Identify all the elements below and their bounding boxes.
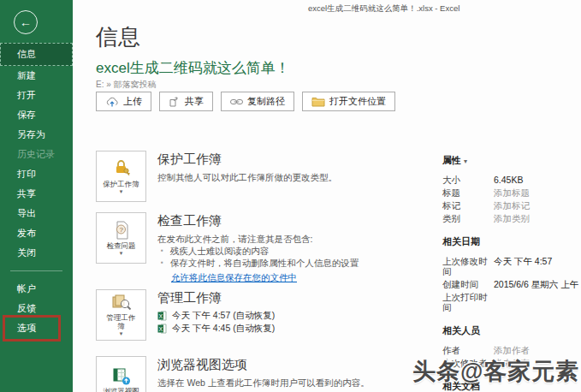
backstage-sidebar: ← 信息 新建 打开 保存 另存为 历史记录 打印 共享 导出 发布 关闭 帐户… xyxy=(0,0,73,392)
sidebar-item-options[interactable]: 选项 xyxy=(0,318,73,338)
share-button[interactable]: 共享 xyxy=(159,92,213,111)
folders-search-icon xyxy=(111,294,132,312)
inspect-section-intro: 在发布此文件之前，请注意其是否包含: xyxy=(157,233,359,245)
created-value: 2015/6/6 星期六 上午 2:19 xyxy=(494,279,581,289)
people-row-last-modified-by: 上次修改者 尚未保存 xyxy=(442,358,581,368)
autorecover-version-1-label: 今天 下午 4:57 (自动恢复) xyxy=(172,310,275,321)
dropdown-caret-icon: ▾ xyxy=(120,330,123,336)
inspect-bullet1-text: 残疾人士难以阅读的内容 xyxy=(170,245,270,257)
property-row-title: 标题 添加标题 xyxy=(442,187,581,198)
sidebar-nav: 信息 新建 打开 保存 另存为 历史记录 打印 共享 导出 发布 关闭 帐户 反… xyxy=(0,43,73,338)
inspect-document-icon: ? xyxy=(113,221,130,240)
inspect-bullet2-text: 保存文件时，将自动删除属性和个人信息的设置 xyxy=(170,257,359,269)
date-row-printed: 上次打印时间 xyxy=(442,292,581,312)
related-dates-header: 相关日期 xyxy=(442,235,581,248)
inspect-section-title: 检查工作簿 xyxy=(157,213,359,229)
share-label: 共享 xyxy=(185,95,204,108)
open-file-location-label: 打开文件位置 xyxy=(329,95,386,108)
printed-label: 上次打印时间 xyxy=(442,292,494,312)
workbook-web-view-icon xyxy=(112,368,131,385)
sidebar-item-history: 历史记录 xyxy=(0,145,73,164)
related-documents-header: 相关文档 xyxy=(442,380,581,392)
property-row-category: 类别 添加类别 xyxy=(442,213,581,223)
back-arrow-icon: ← xyxy=(20,15,32,29)
dropdown-caret-icon: ▾ xyxy=(120,188,123,194)
open-file-location-button[interactable]: 打开文件位置 xyxy=(302,92,395,111)
size-label: 大小 xyxy=(442,175,494,185)
sidebar-item-info[interactable]: 信息 xyxy=(0,43,73,66)
browser-view-options-button[interactable]: 浏览器视图 xyxy=(96,356,146,392)
page-title: 信息 xyxy=(96,22,140,52)
category-label: 类别 xyxy=(442,213,494,223)
excel-file-icon: X xyxy=(157,324,168,334)
add-category-field[interactable]: 添加类别 xyxy=(494,213,530,223)
link-icon xyxy=(230,98,243,105)
manage-tile-label: 管理工作簿 xyxy=(104,313,139,330)
section-manage-workbook: 管理工作簿 ▾ 管理工作簿 X 今天 下午 4:57 (自动恢复) X 今天 下… xyxy=(96,289,275,341)
last-modified-by-value: 尚未保存 xyxy=(494,358,530,368)
sidebar-item-options-label: 选项 xyxy=(17,323,36,333)
people-row-author: 作者 添加作者 xyxy=(442,345,581,355)
sidebar-item-account[interactable]: 帐户 xyxy=(0,279,73,299)
copy-path-label: 复制路径 xyxy=(247,95,285,108)
sidebar-item-print[interactable]: 打印 xyxy=(0,164,73,184)
sidebar-divider xyxy=(10,270,62,271)
lock-key-icon xyxy=(112,159,131,178)
copy-path-button[interactable]: 复制路径 xyxy=(221,92,294,111)
protect-section-title: 保护工作簿 xyxy=(157,151,337,168)
inspect-bullet-accessibility: 残疾人士难以阅读的内容 xyxy=(157,245,359,257)
excel-file-icon: X xyxy=(157,311,168,321)
svg-text:?: ? xyxy=(119,226,123,234)
autorecover-version-2-label: 今天 下午 4:45 (自动恢复) xyxy=(172,323,275,334)
svg-text:X: X xyxy=(159,325,163,331)
size-value: 6.45KB xyxy=(494,175,523,185)
sidebar-item-publish[interactable]: 发布 xyxy=(0,223,73,243)
sidebar-item-export[interactable]: 导出 xyxy=(0,204,73,223)
sidebar-item-save-as[interactable]: 另存为 xyxy=(0,125,73,145)
properties-header-label: 属性 xyxy=(442,155,461,165)
date-row-created: 创建时间 2015/6/6 星期六 上午 2:19 xyxy=(442,279,581,289)
add-author-field[interactable]: 添加作者 xyxy=(494,345,530,355)
manage-workbook-dropdown[interactable]: 管理工作簿 ▾ xyxy=(96,289,146,341)
section-browser-view-options: 浏览器视图 浏览器视图选项 选择在 Web 上查看此工作簿时用户可以看到的内容。 xyxy=(96,356,370,392)
autorecover-version-2[interactable]: X 今天 下午 4:45 (自动恢复) xyxy=(157,323,275,334)
breadcrumb: E: » 部落窝投稿 xyxy=(96,79,157,91)
cloud-upload-icon xyxy=(105,97,119,107)
check-for-issues-dropdown[interactable]: ? 检查问题 ▾ xyxy=(96,212,146,264)
browser-view-section-desc: 选择在 Web 上查看此工作簿时用户可以看到的内容。 xyxy=(157,377,370,389)
related-people-header: 相关人员 xyxy=(442,324,581,337)
add-tags-field[interactable]: 添加标记 xyxy=(494,200,530,211)
property-row-tags: 标记 添加标记 xyxy=(442,200,581,211)
share-icon xyxy=(169,96,181,107)
upload-button[interactable]: 上传 xyxy=(96,92,151,111)
modified-value: 今天 下午 4:57 xyxy=(494,256,552,276)
properties-header-dropdown[interactable]: 属性 ▾ xyxy=(442,154,581,167)
sidebar-item-share[interactable]: 共享 xyxy=(0,184,73,204)
backstage-main: excel生成二维码就这么简单！.xlsx - Excel 信息 excel生成… xyxy=(73,0,581,392)
back-button[interactable]: ← xyxy=(14,10,38,34)
modified-label: 上次修改时间 xyxy=(442,256,494,276)
sidebar-item-open[interactable]: 打开 xyxy=(0,86,73,105)
dropdown-caret-icon: ▾ xyxy=(120,250,123,256)
protect-section-desc: 控制其他人可以对此工作簿所做的更改类型。 xyxy=(157,171,337,183)
sidebar-item-close[interactable]: 关闭 xyxy=(0,243,73,263)
section-inspect-workbook: ? 检查问题 ▾ 检查工作簿 在发布此文件之前，请注意其是否包含: 残疾人士难以… xyxy=(96,212,359,284)
manage-section-title: 管理工作簿 xyxy=(157,290,275,306)
sidebar-item-save[interactable]: 保存 xyxy=(0,105,73,125)
allow-info-save-link[interactable]: 允许将此信息保存在您的文件中 xyxy=(171,271,297,284)
created-label: 创建时间 xyxy=(442,279,494,289)
upload-label: 上传 xyxy=(123,95,142,108)
window-title: excel生成二维码就这么简单！.xlsx - Excel xyxy=(308,3,459,15)
sidebar-item-new[interactable]: 新建 xyxy=(0,66,73,86)
sidebar-item-feedback[interactable]: 反馈 xyxy=(0,299,73,318)
autorecover-version-1[interactable]: X 今天 下午 4:57 (自动恢复) xyxy=(157,310,275,321)
section-protect-workbook: 保护工作簿 ▾ 保护工作簿 控制其他人可以对此工作簿所做的更改类型。 xyxy=(96,151,337,202)
last-modified-by-label: 上次修改者 xyxy=(442,358,494,368)
info-properties-panel: 属性 ▾ 大小 6.45KB 标题 添加标题 标记 添加标记 类别 添加类别 相… xyxy=(442,154,581,392)
add-title-field[interactable]: 添加标题 xyxy=(494,187,530,198)
protect-workbook-dropdown[interactable]: 保护工作簿 ▾ xyxy=(96,151,146,202)
browser-view-section-title: 浏览器视图选项 xyxy=(157,357,370,373)
chevron-down-icon: ▾ xyxy=(464,157,467,165)
title-label: 标题 xyxy=(442,187,494,198)
property-row-size: 大小 6.45KB xyxy=(442,175,581,185)
